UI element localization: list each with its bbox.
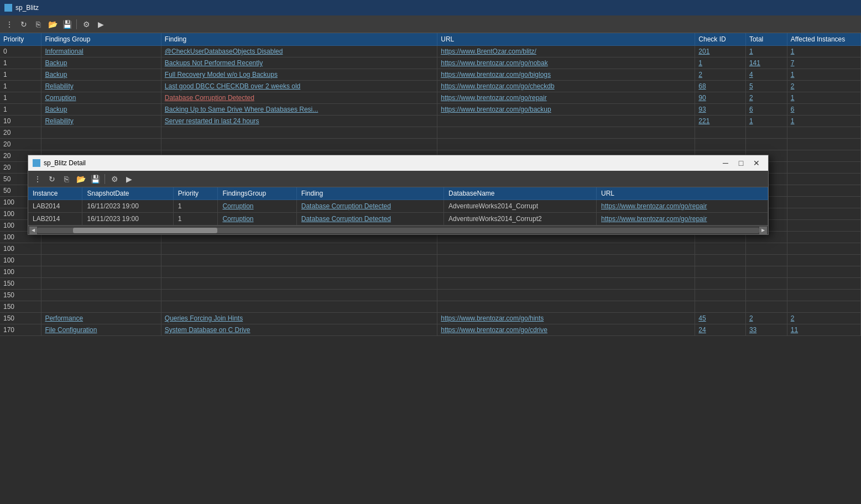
checkid-link[interactable]: 24 [698,326,706,334]
finding-link[interactable]: Full Recovery Model w/o Log Backups [165,71,278,78]
total-link[interactable]: 141 [749,59,760,67]
cell-affected [787,127,860,139]
toolbar-save-btn[interactable]: 💾 [61,18,73,30]
modal-minimize-btn[interactable]: ─ [718,157,733,169]
url-link[interactable]: https://www.brentozar.com/go/cdrive [441,326,547,334]
affected-link[interactable]: 1 [791,94,795,102]
checkid-link[interactable]: 2 [698,71,702,78]
table-row: 20 [0,127,861,139]
group-link[interactable]: Performance [45,314,83,322]
group-link[interactable]: Reliability [45,82,73,90]
modal-toolbar-refresh-btn[interactable]: ↻ [46,173,58,185]
group-link[interactable]: Informational [45,48,83,55]
modal-toolbar-dots-btn[interactable]: ⋮ [32,173,44,185]
detail-cell-url-link[interactable]: https://www.brentozar.com/go/repair [601,202,707,210]
group-link[interactable]: Corruption [45,94,76,102]
detail-cell-finding-link[interactable]: Database Corruption Detected [301,215,391,223]
table-row: 100 [0,255,861,266]
modal-close-btn[interactable]: ✕ [749,157,764,169]
affected-link[interactable]: 7 [791,59,795,67]
modal-toolbar-settings-btn[interactable]: ⚙ [108,173,121,185]
scrollbar-thumb[interactable] [73,228,217,233]
finding-link[interactable]: Backups Not Performed Recently [165,59,263,67]
modal-toolbar-copy-btn[interactable]: ⎘ [60,173,72,185]
scroll-left-btn[interactable]: ◀ [29,227,37,234]
cell-total [745,243,787,255]
detail-cell-url-link[interactable]: https://www.brentozar.com/go/repair [601,215,707,223]
cell-group [41,301,161,313]
checkid-link[interactable]: 201 [698,48,709,55]
col-total: Total [745,33,787,46]
modal-toolbar-run-btn[interactable]: ▶ [123,173,135,185]
group-link[interactable]: Backup [45,59,67,67]
scrollbar-track[interactable] [37,228,759,233]
table-row: 100 [0,266,861,278]
finding-link[interactable]: Database Corruption Detected [165,94,254,102]
url-link[interactable]: https://www.BrentOzar.com/blitz/ [441,48,536,55]
detail-cell-finding-link[interactable]: Database Corruption Detected [301,202,391,210]
checkid-link[interactable]: 68 [698,82,706,90]
detail-cell-group-link[interactable]: Corruption [222,215,253,223]
affected-link[interactable]: 6 [791,106,795,113]
toolbar-copy-btn[interactable]: ⎘ [32,18,44,30]
finding-link[interactable]: Server restarted in last 24 hours [165,117,259,125]
affected-link[interactable]: 1 [791,48,795,55]
cell-checkid: 90 [695,92,746,104]
group-link[interactable]: File Configuration [45,326,97,334]
total-link[interactable]: 33 [749,326,756,334]
modal-toolbar-open-btn[interactable]: 📂 [75,173,87,185]
toolbar-settings-btn[interactable]: ⚙ [80,18,92,30]
checkid-link[interactable]: 90 [698,94,706,102]
affected-link[interactable]: 1 [791,71,795,78]
affected-link[interactable]: 1 [791,117,795,125]
detail-col-snapshot: SnapshotDate [82,187,173,200]
group-link[interactable]: Reliability [45,117,73,125]
table-row: 10ReliabilityServer restarted in last 24… [0,116,861,127]
total-link[interactable]: 1 [749,48,753,55]
affected-link[interactable]: 2 [791,82,795,90]
finding-link[interactable]: Last good DBCC CHECKDB over 2 weeks old [165,82,300,90]
checkid-link[interactable]: 93 [698,106,706,113]
finding-link[interactable]: System Database on C Drive [165,326,251,334]
total-link[interactable]: 1 [749,117,753,125]
url-link[interactable]: https://www.brentozar.com/go/checkdb [441,82,554,90]
url-link[interactable]: https://www.brentozar.com/go/backup [441,106,551,113]
toolbar-run-btn[interactable]: ▶ [95,18,107,30]
total-link[interactable]: 4 [749,71,753,78]
group-link[interactable]: Backup [45,71,67,78]
cell-total [745,127,787,139]
group-link[interactable]: Backup [45,106,67,113]
checkid-link[interactable]: 45 [698,314,706,322]
url-link[interactable]: https://www.brentozar.com/go/hints [441,314,544,322]
scroll-right-btn[interactable]: ▶ [759,227,767,234]
detail-cell-group-link[interactable]: Corruption [222,202,253,210]
toolbar-refresh-btn[interactable]: ↻ [18,18,30,30]
finding-link[interactable]: Backing Up to Same Drive Where Databases… [165,106,318,113]
checkid-link[interactable]: 1 [698,59,702,67]
finding-link[interactable]: @CheckUserDatabaseObjects Disabled [165,48,283,55]
url-link[interactable]: https://www.brentozar.com/go/nobak [441,59,547,67]
cell-checkid [695,243,746,255]
total-link[interactable]: 2 [749,314,753,322]
checkid-link[interactable]: 221 [698,117,709,125]
detail-cell-instance: LAB2014 [28,200,82,213]
cell-url [437,243,695,255]
modal-toolbar-save-btn[interactable]: 💾 [89,173,101,185]
total-link[interactable]: 6 [749,106,753,113]
toolbar-open-btn[interactable]: 📂 [46,18,59,30]
affected-link[interactable]: 11 [791,326,798,334]
app-container: sp_Blitz ⋮ ↻ ⎘ 📂 💾 ⚙ ▶ Priority Findings… [0,0,861,504]
cell-checkid [695,278,746,290]
finding-link[interactable]: Queries Forcing Join Hints [165,314,243,322]
toolbar-dots-btn[interactable]: ⋮ [3,18,15,30]
table-row: 1BackupFull Recovery Model w/o Log Backu… [0,69,861,81]
cell-priority: 1 [0,57,41,69]
detail-col-finding: Finding [296,187,443,200]
modal-maximize-btn[interactable]: □ [734,157,748,169]
total-link[interactable]: 5 [749,82,753,90]
table-row: 150PerformanceQueries Forcing Join Hints… [0,313,861,324]
url-link[interactable]: https://www.brentozar.com/go/biglogs [441,71,551,78]
affected-link[interactable]: 2 [791,314,795,322]
url-link[interactable]: https://www.brentozar.com/go/repair [441,94,546,102]
total-link[interactable]: 2 [749,94,753,102]
